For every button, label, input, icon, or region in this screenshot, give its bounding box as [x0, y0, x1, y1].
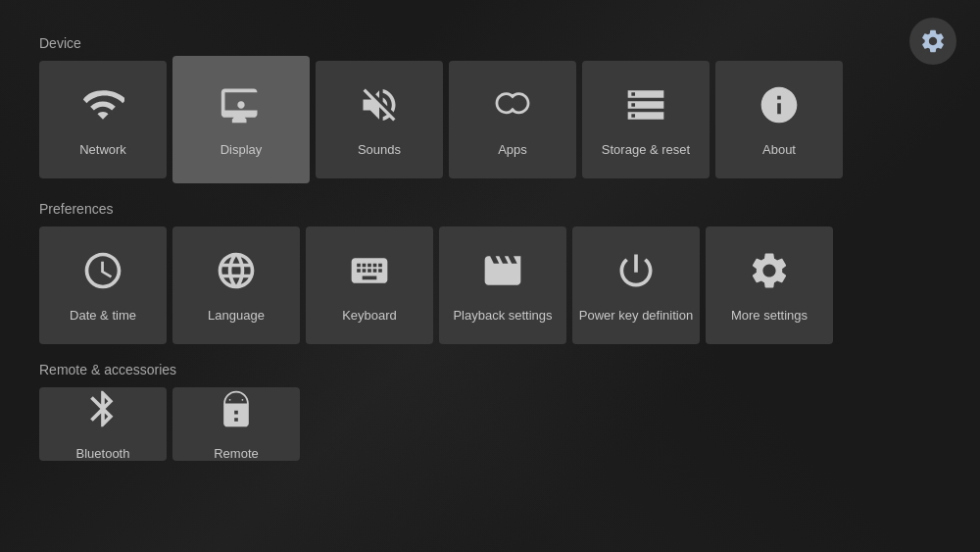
remote-label: Remote — [214, 446, 259, 461]
sounds-icon — [358, 83, 401, 132]
display-tile[interactable]: Display — [172, 56, 310, 183]
about-tile[interactable]: About — [715, 61, 843, 178]
bluetooth-tile[interactable]: Bluetooth — [39, 387, 167, 461]
playback-settings-label: Playback settings — [453, 308, 552, 323]
storage-reset-tile[interactable]: Storage & reset — [582, 61, 710, 178]
language-label: Language — [208, 308, 265, 323]
power-key-tile[interactable]: Power key definition — [572, 226, 700, 344]
globe-icon — [215, 249, 258, 298]
display-icon — [220, 83, 263, 132]
power-icon — [614, 249, 658, 298]
more-settings-tile[interactable]: More settings — [706, 226, 833, 344]
apps-icon — [491, 83, 534, 132]
film-icon — [481, 249, 524, 298]
network-tile[interactable]: Network — [39, 61, 167, 178]
apps-label: Apps — [498, 142, 527, 157]
keyboard-tile[interactable]: Keyboard — [306, 226, 433, 344]
preferences-tiles-row: Date & time Language Keyboard Playback s… — [39, 226, 941, 344]
keyboard-label: Keyboard — [342, 308, 397, 323]
about-label: About — [762, 142, 796, 157]
apps-tile[interactable]: Apps — [449, 61, 576, 178]
remote-icon — [215, 387, 258, 436]
power-key-label: Power key definition — [579, 308, 693, 323]
clock-icon — [81, 249, 124, 298]
preferences-section-label: Preferences — [39, 201, 941, 217]
date-time-label: Date & time — [70, 308, 136, 323]
language-tile[interactable]: Language — [172, 226, 300, 344]
more-settings-label: More settings — [731, 308, 808, 323]
settings-gear-button[interactable] — [909, 18, 956, 65]
more-settings-icon — [748, 249, 791, 298]
remote-tile[interactable]: Remote — [172, 387, 300, 461]
device-tiles-row: Network Display Sounds Apps — [39, 61, 941, 183]
sounds-tile[interactable]: Sounds — [316, 61, 443, 178]
remote-tiles-row: Bluetooth Remote — [39, 387, 941, 461]
bluetooth-label: Bluetooth — [76, 446, 130, 461]
device-section-label: Device — [39, 35, 941, 51]
remote-section-label: Remote & accessories — [39, 362, 941, 377]
date-time-tile[interactable]: Date & time — [39, 226, 167, 344]
keyboard-icon — [348, 249, 391, 298]
bluetooth-icon — [81, 387, 124, 436]
playback-settings-tile[interactable]: Playback settings — [439, 226, 566, 344]
wifi-icon — [81, 83, 124, 132]
display-label: Display — [220, 142, 263, 157]
network-label: Network — [79, 142, 126, 157]
sounds-label: Sounds — [358, 142, 401, 157]
gear-icon — [919, 27, 947, 55]
info-icon — [758, 83, 801, 132]
storage-icon — [624, 83, 667, 132]
storage-reset-label: Storage & reset — [602, 142, 690, 157]
